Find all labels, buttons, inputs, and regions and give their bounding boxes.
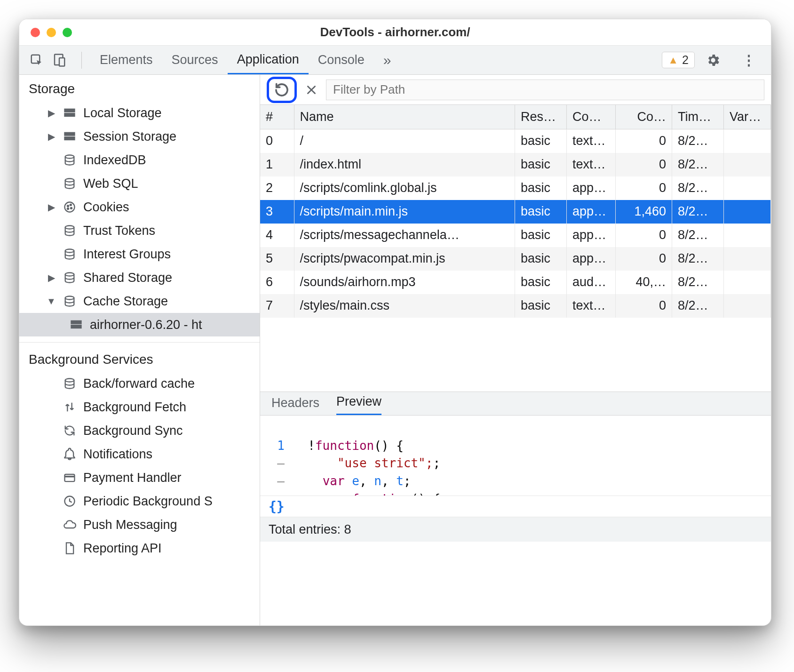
sidebar-item-label: Notifications: [83, 447, 152, 462]
sidebar-item-payment-handler[interactable]: Payment Handler: [19, 466, 260, 489]
svg-rect-23: [77, 321, 81, 324]
svg-rect-2: [59, 58, 64, 66]
refresh-highlight: [267, 77, 297, 103]
bell-icon: [63, 447, 77, 461]
grid-icon: [63, 106, 77, 120]
svg-rect-4: [70, 109, 74, 112]
sidebar-item-local-storage[interactable]: ▶ Local Storage: [19, 101, 260, 125]
application-sidebar: Storage ▶ Local Storage▶ Session Storage…: [19, 75, 260, 625]
table-row[interactable]: 1 /index.html basic text… 0 8/2…: [260, 153, 771, 176]
tab-application[interactable]: Application: [228, 46, 309, 74]
issues-badge[interactable]: ▲ 2: [662, 52, 695, 68]
sidebar-item-label: Periodic Background S: [83, 494, 213, 509]
svg-rect-6: [70, 113, 74, 116]
col-content-type[interactable]: Co…: [567, 105, 616, 129]
col-index[interactable]: #: [260, 105, 294, 129]
sidebar-item-notifications[interactable]: Notifications: [19, 442, 260, 466]
window-title: DevTools - airhorner.com/: [19, 25, 771, 40]
table-row[interactable]: 6 /sounds/airhorn.mp3 basic aud… 40,… 8/…: [260, 271, 771, 294]
bg-services-tree: Back/forward cache Background Fetch Back…: [19, 372, 260, 560]
card-icon: [63, 471, 77, 485]
cell-name: /scripts/comlink.global.js: [294, 176, 515, 200]
sidebar-item-cache-storage[interactable]: ▼ Cache Storage: [19, 289, 260, 313]
table-row[interactable]: 3 /scripts/main.min.js basic app… 1,460 …: [260, 200, 771, 224]
close-window-button[interactable]: [31, 28, 40, 37]
preview-tab-headers[interactable]: Headers: [271, 396, 319, 415]
svg-point-12: [65, 179, 74, 182]
sidebar-item-background-fetch[interactable]: Background Fetch: [19, 395, 260, 419]
tab-elements[interactable]: Elements: [90, 46, 162, 74]
svg-rect-5: [65, 113, 69, 116]
sidebar-item-push-messaging[interactable]: Push Messaging: [19, 513, 260, 536]
sidebar-item-reporting-api[interactable]: Reporting API: [19, 536, 260, 560]
sidebar-item-indexeddb[interactable]: IndexedDB: [19, 148, 260, 172]
sidebar-item-label: Web SQL: [83, 176, 138, 191]
table-row[interactable]: 5 /scripts/pwacompat.min.js basic app… 0…: [260, 247, 771, 271]
caret-icon: ▶: [47, 107, 56, 119]
sidebar-item-label: Push Messaging: [83, 518, 177, 532]
db-icon: [63, 271, 77, 285]
minimize-window-button[interactable]: [47, 28, 56, 37]
table-row[interactable]: 4 /scripts/messagechannela… basic app… 0…: [260, 224, 771, 247]
settings-gear-icon[interactable]: [704, 51, 722, 69]
total-entries-label: Total entries: 8: [269, 522, 351, 537]
sidebar-item-label: IndexedDB: [83, 153, 146, 168]
refresh-button[interactable]: [274, 82, 290, 98]
cookie-icon: [63, 200, 77, 214]
col-content-length[interactable]: Co…: [616, 105, 672, 129]
table-row[interactable]: 2 /scripts/comlink.global.js basic app… …: [260, 176, 771, 200]
cell-name: /sounds/airhorn.mp3: [294, 271, 515, 294]
col-name[interactable]: Name: [294, 105, 515, 129]
db-icon: [63, 376, 77, 391]
svg-rect-25: [77, 325, 81, 328]
sidebar-item-cookies[interactable]: ▶ Cookies: [19, 195, 260, 219]
filter-input[interactable]: [326, 80, 764, 100]
cell-name: /scripts/main.min.js: [294, 200, 515, 224]
table-row[interactable]: 0 / basic text… 0 8/2…: [260, 129, 771, 153]
sidebar-item-session-storage[interactable]: ▶ Session Storage: [19, 125, 260, 148]
caret-icon: ▶: [47, 272, 56, 283]
warning-icon: ▲: [668, 54, 678, 66]
sidebar-item-label: Reporting API: [83, 541, 162, 556]
sidebar-item-periodic-background-s[interactable]: Periodic Background S: [19, 489, 260, 513]
bg-services-section-header: Background Services: [19, 345, 260, 372]
table-header-row: # Name Res… Co… Co… Tim… Var…: [260, 105, 771, 129]
svg-rect-22: [71, 321, 76, 324]
inspect-element-icon[interactable]: [28, 51, 46, 69]
col-response[interactable]: Res…: [515, 105, 567, 129]
tab-console[interactable]: Console: [309, 46, 374, 74]
traffic-lights: [31, 28, 72, 37]
zoom-window-button[interactable]: [63, 28, 72, 37]
table-row[interactable]: 7 /styles/main.css basic text… 0 8/2…: [260, 294, 771, 318]
pretty-print-button[interactable]: {}: [260, 496, 771, 517]
svg-rect-7: [65, 133, 69, 136]
col-vary[interactable]: Var…: [724, 105, 771, 129]
sidebar-item-background-sync[interactable]: Background Sync: [19, 419, 260, 442]
device-toolbar-icon[interactable]: [50, 51, 68, 69]
grid-icon: [69, 318, 83, 332]
svg-point-26: [65, 379, 74, 382]
sidebar-item-back-forward-cache[interactable]: Back/forward cache: [19, 372, 260, 395]
sidebar-item-interest-groups[interactable]: Interest Groups: [19, 242, 260, 266]
cell-name: /: [294, 129, 515, 153]
sidebar-item-label: Shared Storage: [83, 271, 172, 285]
preview-tab-preview[interactable]: Preview: [336, 394, 381, 415]
more-tabs-overflow[interactable]: »: [374, 46, 401, 74]
sidebar-item-web-sql[interactable]: Web SQL: [19, 172, 260, 195]
source-preview: 1 !function() { – "use strict";; – var e…: [260, 416, 771, 496]
col-time[interactable]: Tim…: [672, 105, 724, 129]
cell-name: /scripts/messagechannela…: [294, 224, 515, 247]
storage-tree: ▶ Local Storage▶ Session Storage Indexed…: [19, 101, 260, 336]
tab-sources[interactable]: Sources: [162, 46, 228, 74]
sidebar-item-shared-storage[interactable]: ▶ Shared Storage: [19, 266, 260, 289]
devtools-window: DevTools - airhorner.com/ Elements Sourc…: [19, 19, 771, 626]
cache-storage-child[interactable]: airhorner-0.6.20 - ht: [19, 313, 260, 336]
svg-rect-9: [65, 137, 69, 140]
cell-name: /scripts/pwacompat.min.js: [294, 247, 515, 271]
svg-rect-24: [71, 325, 76, 328]
sidebar-item-trust-tokens[interactable]: Trust Tokens: [19, 219, 260, 242]
clear-button[interactable]: [305, 84, 318, 96]
doc-icon: [63, 541, 77, 555]
grid-icon: [63, 129, 77, 144]
kebab-menu-icon[interactable]: ⋮: [740, 51, 758, 69]
